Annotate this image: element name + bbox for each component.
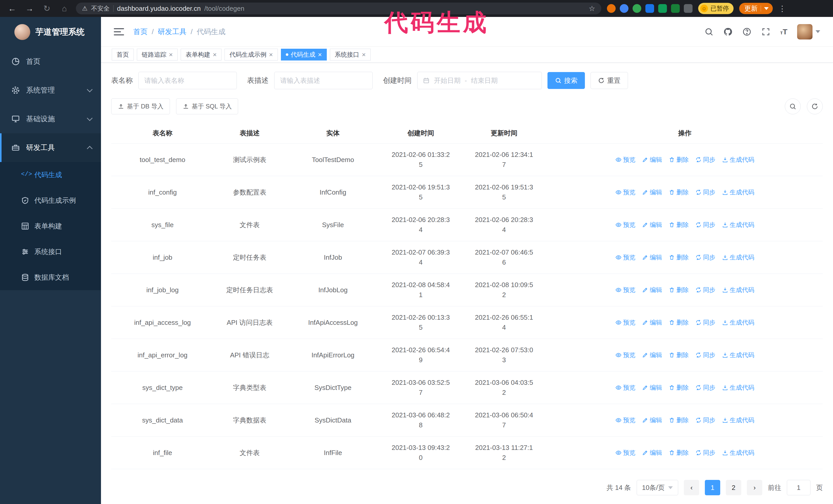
generate-code-link[interactable]: 生成代码 <box>722 155 754 164</box>
sync-link[interactable]: 同步 <box>695 188 715 197</box>
sync-link[interactable]: 同步 <box>695 253 715 262</box>
sidebar-item-system[interactable]: 系统管理 <box>0 76 101 104</box>
delete-link[interactable]: 删除 <box>669 155 689 164</box>
table-desc-input[interactable] <box>274 72 373 89</box>
edit-link[interactable]: 编辑 <box>642 383 662 392</box>
date-range-picker[interactable]: 开始日期 - 结束日期 <box>417 72 542 89</box>
user-menu[interactable] <box>797 24 820 40</box>
edit-link[interactable]: 编辑 <box>642 155 662 164</box>
sidebar-item-codegen-example[interactable]: 代码生成示例 <box>0 188 101 213</box>
preview-link[interactable]: 预览 <box>615 318 635 327</box>
generate-code-link[interactable]: 生成代码 <box>722 351 754 360</box>
generate-code-link[interactable]: 生成代码 <box>722 318 754 327</box>
tab-home[interactable]: 首页 <box>112 49 134 61</box>
close-icon[interactable]: × <box>213 51 217 58</box>
import-sql-button[interactable]: 基于 SQL 导入 <box>176 98 238 114</box>
extension-icon[interactable] <box>658 4 667 13</box>
sync-link[interactable]: 同步 <box>695 155 715 164</box>
preview-link[interactable]: 预览 <box>615 155 635 164</box>
sync-link[interactable]: 同步 <box>695 415 715 425</box>
generate-code-link[interactable]: 生成代码 <box>722 188 754 197</box>
import-db-button[interactable]: 基于 DB 导入 <box>111 98 170 114</box>
edit-link[interactable]: 编辑 <box>642 253 662 262</box>
preview-link[interactable]: 预览 <box>615 253 635 262</box>
fullscreen-icon[interactable] <box>761 27 770 37</box>
tab-codegen-example[interactable]: 代码生成示例× <box>224 49 278 61</box>
delete-link[interactable]: 删除 <box>669 351 689 360</box>
forward-icon[interactable]: → <box>24 3 35 14</box>
delete-link[interactable]: 删除 <box>669 383 689 392</box>
preview-link[interactable]: 预览 <box>615 188 635 197</box>
update-button[interactable]: 更新 <box>739 3 773 14</box>
next-page-button[interactable]: › <box>747 480 762 495</box>
edit-link[interactable]: 编辑 <box>642 318 662 327</box>
delete-link[interactable]: 删除 <box>669 188 689 197</box>
table-name-input[interactable] <box>138 72 237 89</box>
preview-link[interactable]: 预览 <box>615 448 635 457</box>
tab-codegen[interactable]: 代码生成× <box>281 49 327 61</box>
delete-link[interactable]: 删除 <box>669 415 689 425</box>
home-icon[interactable]: ⌂ <box>58 3 70 14</box>
extension-icon[interactable] <box>645 4 654 13</box>
generate-code-link[interactable]: 生成代码 <box>722 415 754 425</box>
edit-link[interactable]: 编辑 <box>642 285 662 294</box>
tab-system-api[interactable]: 系统接口× <box>330 49 371 61</box>
puzzle-extension-icon[interactable] <box>684 4 693 13</box>
edit-link[interactable]: 编辑 <box>642 188 662 197</box>
prev-page-button[interactable]: ‹ <box>684 480 699 495</box>
reset-button[interactable]: 重置 <box>591 72 628 89</box>
edit-link[interactable]: 编辑 <box>642 448 662 457</box>
sync-link[interactable]: 同步 <box>695 448 715 457</box>
paused-badge[interactable]: ☺ 已暂停 <box>698 3 734 14</box>
breadcrumb-devtools[interactable]: 研发工具 <box>158 27 187 37</box>
back-icon[interactable]: ← <box>6 3 18 14</box>
sidebar-item-system-api[interactable]: 系统接口 <box>0 239 101 265</box>
edit-link[interactable]: 编辑 <box>642 415 662 425</box>
extension-icon[interactable] <box>620 4 628 13</box>
page-button-2[interactable]: 2 <box>726 480 741 495</box>
sidebar-item-db-doc[interactable]: 数据库文档 <box>0 265 101 290</box>
edit-link[interactable]: 编辑 <box>642 351 662 360</box>
address-bar[interactable]: ⚠ 不安全 dashboard.yudao.iocoder.cn /tool/c… <box>76 3 601 14</box>
delete-link[interactable]: 删除 <box>669 318 689 327</box>
sidebar-item-home[interactable]: 首页 <box>0 47 101 76</box>
collapse-sidebar-icon[interactable] <box>114 28 124 35</box>
delete-link[interactable]: 删除 <box>669 253 689 262</box>
extension-icon[interactable] <box>607 4 616 13</box>
generate-code-link[interactable]: 生成代码 <box>722 448 754 457</box>
github-icon[interactable] <box>723 27 733 37</box>
close-icon[interactable]: × <box>269 51 273 58</box>
sync-link[interactable]: 同步 <box>695 285 715 294</box>
goto-page-input[interactable] <box>787 480 810 495</box>
preview-link[interactable]: 预览 <box>615 383 635 392</box>
help-icon[interactable] <box>742 27 752 37</box>
tab-form-build[interactable]: 表单构建× <box>181 49 221 61</box>
preview-link[interactable]: 预览 <box>615 351 635 360</box>
delete-link[interactable]: 删除 <box>669 448 689 457</box>
generate-code-link[interactable]: 生成代码 <box>722 285 754 294</box>
close-icon[interactable]: × <box>169 51 173 58</box>
sync-link[interactable]: 同步 <box>695 318 715 327</box>
search-icon[interactable] <box>704 27 714 37</box>
sync-link[interactable]: 同步 <box>695 383 715 392</box>
close-icon[interactable]: × <box>318 51 322 58</box>
extension-icon[interactable] <box>671 4 680 13</box>
search-button[interactable]: 搜索 <box>547 72 585 89</box>
bookmark-star-icon[interactable]: ☆ <box>589 4 595 13</box>
generate-code-link[interactable]: 生成代码 <box>722 253 754 262</box>
delete-link[interactable]: 删除 <box>669 285 689 294</box>
breadcrumb-home[interactable]: 首页 <box>133 27 148 37</box>
preview-link[interactable]: 预览 <box>615 285 635 294</box>
generate-code-link[interactable]: 生成代码 <box>722 383 754 392</box>
delete-link[interactable]: 删除 <box>669 220 689 230</box>
sidebar-item-codegen[interactable]: </> 代码生成 <box>0 162 101 188</box>
page-size-select[interactable]: 10条/页 <box>637 480 678 495</box>
sidebar-item-form-build[interactable]: 表单构建 <box>0 213 101 239</box>
sidebar-item-devtools[interactable]: 研发工具 <box>0 133 101 162</box>
preview-link[interactable]: 预览 <box>615 415 635 425</box>
preview-link[interactable]: 预览 <box>615 220 635 230</box>
sync-link[interactable]: 同步 <box>695 220 715 230</box>
generate-code-link[interactable]: 生成代码 <box>722 220 754 230</box>
sidebar-item-infra[interactable]: 基础设施 <box>0 104 101 133</box>
browser-menu-icon[interactable]: ⋮ <box>779 4 787 13</box>
